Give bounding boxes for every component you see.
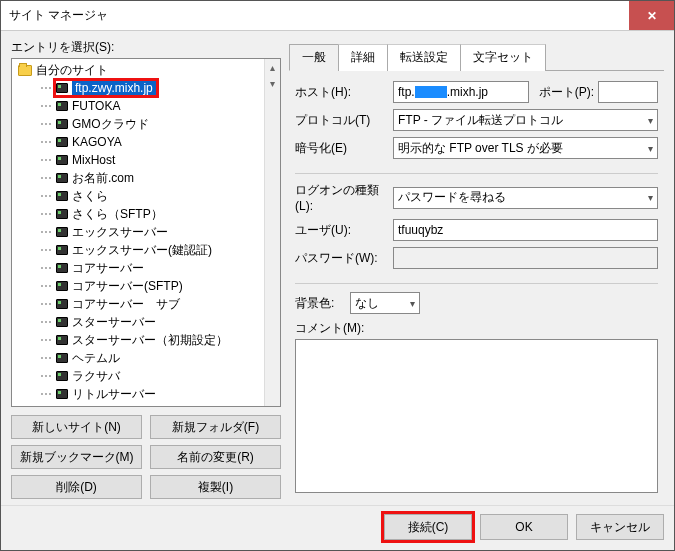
- encryption-select[interactable]: 明示的な FTP over TLS が必要 ▾: [393, 137, 658, 159]
- site-icon: [56, 101, 68, 111]
- tree-item-label: ヘテムル: [72, 350, 120, 367]
- tree-dash-icon: ⋯: [40, 117, 52, 131]
- logon-value: パスワードを尋ねる: [398, 189, 506, 206]
- ok-button[interactable]: OK: [480, 514, 568, 540]
- tab-charset[interactable]: 文字セット: [460, 44, 546, 71]
- chevron-down-icon: ▾: [648, 192, 653, 203]
- tree-dash-icon: ⋯: [40, 81, 52, 95]
- tree-item-selected[interactable]: ⋯ ftp.zwy.mixh.jp: [12, 79, 280, 97]
- tree-item-label: スターサーバー: [72, 314, 156, 331]
- tree-item[interactable]: ⋯スターサーバー: [12, 313, 280, 331]
- site-icon: [56, 281, 68, 291]
- tree-item[interactable]: ⋯MixHost: [12, 151, 280, 169]
- site-icon: [56, 335, 68, 345]
- close-button[interactable]: ✕: [629, 1, 674, 30]
- site-icon: [56, 191, 68, 201]
- tree-dash-icon: ⋯: [40, 369, 52, 383]
- tree-item[interactable]: ⋯ラクサバ: [12, 367, 280, 385]
- tree-item[interactable]: ⋯コアサーバー: [12, 259, 280, 277]
- tree-dash-icon: ⋯: [40, 315, 52, 329]
- password-input: [393, 247, 658, 269]
- tree-item[interactable]: ⋯コアサーバー サブ: [12, 295, 280, 313]
- tree-item-label: さくら: [72, 188, 108, 205]
- protocol-label: プロトコル(T): [295, 112, 393, 129]
- tree-item[interactable]: ⋯KAGOYA: [12, 133, 280, 151]
- window-title: サイト マネージャ: [9, 7, 108, 24]
- tab-transfer[interactable]: 転送設定: [387, 44, 461, 71]
- scroll-down-icon[interactable]: ▾: [265, 75, 280, 91]
- site-icon: [56, 209, 68, 219]
- site-icon: [56, 371, 68, 381]
- tree-item[interactable]: ⋯さくら（SFTP）: [12, 205, 280, 223]
- titlebar: サイト マネージャ ✕: [1, 1, 674, 31]
- encryption-label: 暗号化(E): [295, 140, 393, 157]
- bgcolor-select[interactable]: なし ▾: [350, 292, 420, 314]
- bgcolor-label: 背景色:: [295, 295, 350, 312]
- new-folder-button[interactable]: 新規フォルダ(F): [150, 415, 281, 439]
- encryption-value: 明示的な FTP over TLS が必要: [398, 140, 563, 157]
- bgcolor-value: なし: [355, 295, 379, 312]
- tree-item[interactable]: ⋯FUTOKA: [12, 97, 280, 115]
- tree-dash-icon: ⋯: [40, 243, 52, 257]
- delete-button[interactable]: 削除(D): [11, 475, 142, 499]
- folder-icon: [18, 65, 32, 76]
- tree-item-label: さくら（SFTP）: [72, 206, 163, 223]
- tree-item-label: GMOクラウド: [72, 116, 149, 133]
- tree-item[interactable]: ⋯エックスサーバー(鍵認証): [12, 241, 280, 259]
- chevron-down-icon: ▾: [648, 115, 653, 126]
- logon-select[interactable]: パスワードを尋ねる ▾: [393, 187, 658, 209]
- tree-item-label: FUTOKA: [72, 99, 120, 113]
- site-icon: [56, 137, 68, 147]
- site-tree[interactable]: 自分のサイト ⋯ ftp.zwy.mixh.jp ⋯FUTOKA⋯GMOクラウド…: [11, 58, 281, 407]
- connect-button[interactable]: 接続(C): [384, 514, 472, 540]
- new-site-button[interactable]: 新しいサイト(N): [11, 415, 142, 439]
- host-suf: .mixh.jp: [447, 85, 488, 99]
- tree-dash-icon: ⋯: [40, 261, 52, 275]
- host-label: ホスト(H):: [295, 84, 393, 101]
- tree-item[interactable]: ⋯スターサーバー（初期設定）: [12, 331, 280, 349]
- site-icon: [56, 299, 68, 309]
- tree-item[interactable]: ⋯ヘテムル: [12, 349, 280, 367]
- site-icon: [56, 353, 68, 363]
- rename-button[interactable]: 名前の変更(R): [150, 445, 281, 469]
- tree-item-label: コアサーバー: [72, 260, 144, 277]
- tree-item-label: コアサーバー(SFTP): [72, 278, 183, 295]
- host-input[interactable]: ftp..mixh.jp: [393, 81, 529, 103]
- tree-dash-icon: ⋯: [40, 135, 52, 149]
- root-label: 自分のサイト: [36, 62, 108, 79]
- port-input[interactable]: [598, 81, 658, 103]
- tree-dash-icon: ⋯: [40, 99, 52, 113]
- port-label: ポート(P):: [539, 84, 594, 101]
- new-bookmark-button[interactable]: 新規ブックマーク(M): [11, 445, 142, 469]
- tree-item[interactable]: ⋯エックスサーバー: [12, 223, 280, 241]
- copy-button[interactable]: 複製(I): [150, 475, 281, 499]
- tree-item[interactable]: ⋯コアサーバー(SFTP): [12, 277, 280, 295]
- tree-item[interactable]: ⋯リトルサーバー: [12, 385, 280, 403]
- tab-general[interactable]: 一般: [289, 44, 339, 71]
- tree-root[interactable]: 自分のサイト: [12, 61, 280, 79]
- separator: [295, 283, 658, 284]
- scroll-up-icon[interactable]: ▴: [265, 59, 280, 75]
- site-icon: [56, 227, 68, 237]
- tree-dash-icon: ⋯: [40, 207, 52, 221]
- tree-item[interactable]: ⋯GMOクラウド: [12, 115, 280, 133]
- protocol-select[interactable]: FTP - ファイル転送プロトコル ▾: [393, 109, 658, 131]
- entry-label: エントリを選択(S):: [11, 39, 281, 56]
- cancel-button[interactable]: キャンセル: [576, 514, 664, 540]
- user-input[interactable]: tfuuqybz: [393, 219, 658, 241]
- tree-item[interactable]: ⋯お名前.com: [12, 169, 280, 187]
- site-icon: [56, 119, 68, 129]
- tree-dash-icon: ⋯: [40, 189, 52, 203]
- tab-bar: 一般 詳細 転送設定 文字セット: [289, 43, 664, 71]
- tab-detail[interactable]: 詳細: [338, 44, 388, 71]
- tree-dash-icon: ⋯: [40, 225, 52, 239]
- tree-item-label: エックスサーバー(鍵認証): [72, 242, 212, 259]
- tree-inner: 自分のサイト ⋯ ftp.zwy.mixh.jp ⋯FUTOKA⋯GMOクラウド…: [12, 59, 280, 405]
- tree-scrollbar[interactable]: ▴ ▾: [264, 59, 280, 406]
- host-mask: [415, 86, 447, 98]
- tree-dash-icon: ⋯: [40, 387, 52, 401]
- comment-textarea[interactable]: [295, 339, 658, 493]
- tree-item[interactable]: ⋯さくら: [12, 187, 280, 205]
- selected-label: ftp.zwy.mixh.jp: [72, 81, 156, 95]
- content-area: エントリを選択(S): 自分のサイト ⋯ ftp.zwy.mixh.jp ⋯: [1, 31, 674, 505]
